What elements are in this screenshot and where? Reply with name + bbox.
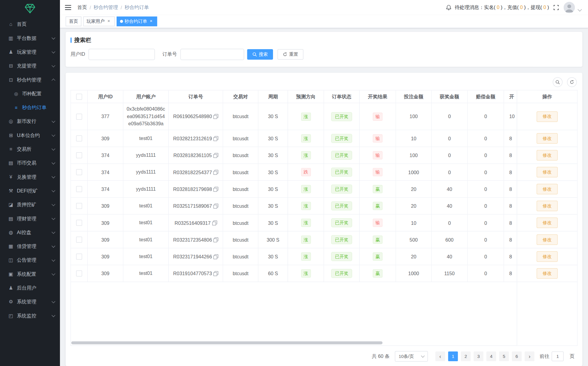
copy-icon[interactable]	[213, 237, 218, 242]
copy-icon[interactable]	[213, 271, 218, 276]
breadcrumb-item[interactable]: 秒合约管理	[94, 4, 118, 11]
copy-icon[interactable]	[212, 220, 217, 225]
sidebar-item-wealth[interactable]: ▤理财管理	[0, 212, 60, 225]
row-checkbox[interactable]	[76, 152, 82, 158]
sidebar-item-seconds-contract[interactable]: ⊡秒合约管理	[0, 73, 60, 87]
loan-icon: ▦	[7, 243, 14, 249]
sidebar-item-new-coin[interactable]: ◎新币发行	[0, 115, 60, 128]
cell-account: test01	[123, 265, 169, 282]
edit-button[interactable]: 修改	[537, 167, 558, 177]
tab-seconds-orders[interactable]: 秒合约订单×	[117, 16, 157, 26]
sidebar-item-exchange[interactable]: ≡交易所	[0, 142, 60, 156]
edit-button[interactable]: 修改	[537, 111, 558, 122]
zoom-tool-button[interactable]	[553, 77, 563, 87]
sidebar-item-player-management[interactable]: ♟玩家管理	[0, 45, 60, 59]
close-icon[interactable]: ×	[149, 19, 154, 24]
edit-button[interactable]: 修改	[537, 218, 558, 228]
cell-result: 赢	[360, 265, 396, 282]
sidebar-item-system-management[interactable]: ⚙系统管理	[0, 295, 60, 309]
hamburger-icon[interactable]	[65, 5, 71, 10]
edit-button[interactable]: 修改	[537, 268, 558, 279]
title-accent-bar	[70, 37, 72, 43]
sidebar-item-deposit-withdraw[interactable]: ⊟充提管理	[0, 59, 60, 73]
col-order-no: 订单号	[169, 91, 223, 103]
result-tag: 输	[373, 134, 383, 143]
horizontal-scrollbar[interactable]	[71, 341, 383, 344]
cell-status: 已开奖	[324, 231, 360, 248]
copy-icon[interactable]	[213, 136, 218, 141]
page-button[interactable]: 6	[512, 351, 522, 361]
row-checkbox[interactable]	[76, 203, 82, 209]
sidebar-subitem-coin-config[interactable]: ◎币种配置	[0, 87, 60, 100]
tab-player-users[interactable]: 玩家用户×	[83, 16, 115, 26]
select-all-checkbox[interactable]	[76, 94, 82, 100]
goto-page-input[interactable]	[552, 351, 564, 361]
sidebar-item-defi-mining[interactable]: ⚒DEFI挖矿	[0, 184, 60, 198]
col-action: 操作	[517, 91, 577, 103]
table-body: 3770x3cbfe0804086cea09635171d454e09a675b…	[71, 103, 538, 282]
sidebar-item-platform-data[interactable]: ▥平台数据	[0, 31, 60, 45]
sidebar-item-announcement[interactable]: ◫公告管理	[0, 253, 60, 267]
row-checkbox[interactable]	[76, 169, 82, 175]
page-button[interactable]: 2	[461, 351, 471, 361]
chevron-down-icon[interactable]	[578, 7, 582, 11]
row-checkbox[interactable]	[76, 271, 82, 277]
sidebar-item-home[interactable]: ⌂首页	[0, 17, 60, 31]
active-tab-dot	[120, 20, 123, 23]
copy-icon[interactable]	[213, 153, 218, 158]
refresh-tool-button[interactable]	[567, 77, 577, 87]
sidebar-item-lending[interactable]: ▦借贷管理	[0, 239, 60, 253]
message-count: 0	[520, 4, 523, 10]
action-cell: 修改	[517, 265, 577, 282]
edit-button[interactable]: 修改	[537, 133, 558, 144]
edit-button[interactable]: 修改	[537, 184, 558, 194]
edit-button[interactable]: 修改	[537, 234, 558, 245]
cell-win: 600	[432, 231, 468, 248]
orders-table: 用户ID用户账户订单号交易对周期预测方向订单状态开奖结果投注金额获奖金额赔偿金额…	[71, 91, 538, 282]
sidebar-item-ai-control[interactable]: ◍AI控盘	[0, 225, 60, 239]
bell-icon[interactable]	[446, 4, 451, 10]
cell-pair: btcusdt	[223, 164, 259, 181]
copy-icon[interactable]	[213, 114, 218, 119]
next-page-button[interactable]: ›	[525, 351, 535, 361]
tab-home[interactable]: 首页	[66, 16, 82, 26]
sidebar-item-coin-trade[interactable]: ▤币币交易	[0, 156, 60, 170]
reset-button[interactable]: 重置	[278, 49, 303, 60]
prev-page-button[interactable]: ‹	[435, 351, 445, 361]
edit-button[interactable]: 修改	[537, 150, 558, 161]
edit-button[interactable]: 修改	[537, 201, 558, 211]
copy-icon[interactable]	[213, 204, 218, 208]
breadcrumb-item[interactable]: 首页	[77, 4, 87, 11]
row-checkbox[interactable]	[76, 237, 82, 243]
sidebar-item-u-contract[interactable]: ⊞U本位合约	[0, 128, 60, 142]
page-button[interactable]: 1	[448, 351, 458, 361]
sidebar-item-admin-users[interactable]: ♟后台用户	[0, 281, 60, 295]
search-button[interactable]: 搜索	[247, 49, 273, 60]
copy-icon[interactable]	[213, 187, 218, 192]
row-checkbox[interactable]	[76, 135, 82, 141]
sidebar-subitem-seconds-orders[interactable]: ≡秒合约订单	[0, 100, 60, 114]
order-no-input[interactable]	[180, 49, 244, 60]
row-checkbox[interactable]	[76, 186, 82, 192]
sidebar-item-system-config[interactable]: ▣系统配置	[0, 267, 60, 281]
sidebar-item-exchange-label: 交易所	[17, 146, 31, 153]
user-id-input[interactable]	[88, 49, 155, 60]
avatar[interactable]	[564, 2, 575, 13]
sidebar-item-system-monitor[interactable]: ◰系统监控	[0, 309, 60, 323]
page-button[interactable]: 5	[499, 351, 509, 361]
sidebar-item-staking-mining[interactable]: ◪质押挖矿	[0, 198, 60, 211]
sidebar-item-swap[interactable]: ¥兑换管理	[0, 170, 60, 184]
row-checkbox[interactable]	[76, 254, 82, 260]
fullscreen-icon[interactable]	[554, 5, 559, 10]
page-button[interactable]: 4	[486, 351, 496, 361]
cell-period: 30 S	[258, 130, 288, 147]
copy-icon[interactable]	[213, 170, 218, 174]
row-checkbox[interactable]	[76, 220, 82, 226]
row-checkbox[interactable]	[76, 114, 82, 120]
close-icon[interactable]: ×	[106, 19, 111, 24]
page-size-select[interactable]: 10条/页	[395, 351, 428, 362]
edit-button[interactable]: 修改	[537, 251, 558, 262]
status-tag: 已开奖	[331, 218, 352, 227]
copy-icon[interactable]	[213, 254, 218, 259]
page-button[interactable]: 3	[474, 351, 483, 361]
